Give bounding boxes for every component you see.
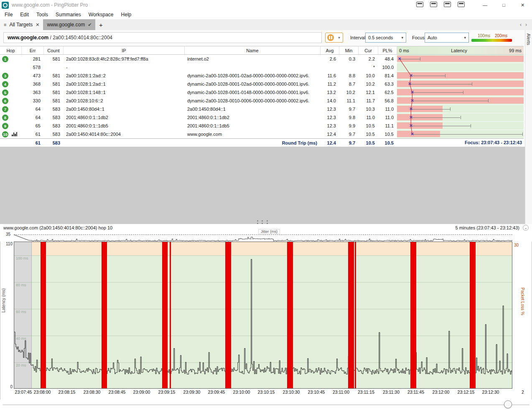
- scrollbar-thumb[interactable]: [504, 400, 512, 408]
- alerts-panel-tab[interactable]: Alerts: [526, 33, 531, 45]
- minimize-button[interactable]: —: [476, 0, 494, 10]
- latency-avg-marker: ✕: [408, 80, 411, 87]
- name-cell: 2001:4860:0:1::1db5: [185, 122, 321, 130]
- column-header-avg[interactable]: Avg: [321, 46, 339, 54]
- table-row[interactable]: 578-*100.0: [0, 63, 524, 71]
- latency-axis-label: Latency (ms): [1, 288, 6, 313]
- tab-close-icon[interactable]: ✕: [36, 22, 39, 28]
- hop-number-badge: 6: [2, 98, 8, 104]
- latency-graph-cell: [397, 63, 524, 71]
- jitter-plot: Jitter (ms): [14, 231, 512, 242]
- table-row[interactable]: 12815812a00:1028:83c8:4fc2:828c:97ff:fed…: [0, 55, 524, 63]
- menu-item-file[interactable]: File: [1, 10, 16, 19]
- hop-cell: 7: [0, 105, 22, 113]
- table-row[interactable]: 8645832001:4860:0:1::1db22001:4860:0:1::…: [0, 113, 524, 122]
- table-row[interactable]: 9655832001:4860:0:1::1db52001:4860:0:1::…: [0, 122, 524, 130]
- name-cell: dynamic-2a00-1028-0010-0006-0000-0000-00…: [185, 97, 321, 105]
- latency-range-cap: [472, 82, 472, 86]
- jitter-axis-label: Jitter (ms): [258, 229, 280, 234]
- column-header-cur[interactable]: Cur: [359, 46, 378, 54]
- packet-loss-bar: [470, 242, 476, 388]
- latency-avg-marker: ✕: [409, 72, 412, 79]
- tab-active-target[interactable]: www.google.com ✔: [43, 19, 95, 30]
- new-tab-button[interactable]: +: [95, 19, 106, 30]
- x-axis-label: 23:08:45: [109, 390, 126, 395]
- pause-dropdown-button[interactable]: ▾: [336, 33, 343, 43]
- workspace-layout-icon[interactable]: [416, 2, 423, 7]
- min-cell: 11.1: [339, 97, 359, 105]
- column-header-min[interactable]: Min: [339, 46, 359, 54]
- menu-item-tools[interactable]: Tools: [33, 10, 52, 19]
- focus-select[interactable]: Auto ▾: [425, 33, 469, 43]
- table-row[interactable]: 43685812a00:1028:1:2ad::1dynamic-2a00-10…: [0, 80, 524, 88]
- ip-cell: 2001:4860:0:1::1db5: [64, 122, 185, 130]
- maximize-button[interactable]: □: [494, 0, 513, 10]
- x-axis-label: 23:12:00: [433, 390, 450, 395]
- column-header-pl[interactable]: PL%: [378, 46, 397, 54]
- x-axis-label: 23:07:45: [15, 390, 32, 395]
- menu-item-edit[interactable]: Edit: [16, 10, 33, 19]
- min-cell: 9.9: [339, 122, 359, 130]
- column-header-name[interactable]: Name: [185, 46, 321, 54]
- timeline-title: www.google.com (2a00:1450:4014:80c::2004…: [3, 225, 112, 230]
- column-header-latency[interactable]: 0 msLatency99 ms: [397, 46, 524, 54]
- latency-range-cap: [461, 116, 461, 119]
- title-bar: www.google.com - PingPlotter Pro — □ ✕: [0, 0, 532, 10]
- name-cell: www.google.com: [185, 130, 321, 138]
- packet-loss-bar: [225, 242, 231, 388]
- x-axis-label: 23:10:00: [233, 390, 250, 395]
- pause-button[interactable]: [325, 33, 336, 43]
- latency-range-whisker: [412, 101, 488, 101]
- tab-scroll-right-icon[interactable]: ›: [525, 22, 527, 28]
- table-row[interactable]: 63305812a00:1028:10:6::2dynamic-2a00-102…: [0, 97, 524, 105]
- cur-cell: 10.5: [359, 122, 378, 130]
- latency-range-whisker: [411, 76, 445, 76]
- latency-graph-cell: ✕: [397, 113, 524, 122]
- tab-bar: ≡ All Targets ✕ www.google.com ✔ + ‹ ›: [0, 19, 532, 30]
- menu-item-summaries[interactable]: Summaries: [52, 10, 85, 19]
- tab-active-label: www.google.com: [47, 22, 85, 28]
- column-header-ip[interactable]: IP: [64, 46, 185, 54]
- column-header-hop[interactable]: Hop: [0, 46, 22, 54]
- tab-check-icon[interactable]: ✔: [88, 22, 92, 28]
- table-row[interactable]: 10615832a00:1450:4014:80c::2004www.googl…: [0, 130, 524, 138]
- latency-graph-cell: ✕: [397, 105, 524, 113]
- target-address-field[interactable]: www.google.com / 2a00:1450:4014:80c::200…: [3, 32, 322, 43]
- err-cell: 61: [22, 130, 44, 138]
- widescreen-view-icon[interactable]: [430, 2, 437, 7]
- pl-cell: 48.4: [378, 55, 397, 63]
- table-row[interactable]: 34735812a00:1028:1:2ad::2dynamic-2a00-10…: [0, 71, 524, 80]
- timeline-graph[interactable]: 100 ms80 ms60 ms40 ms20 ms: [14, 242, 512, 389]
- menu-item-help[interactable]: Help: [117, 10, 135, 19]
- interval-select[interactable]: 0.5 seconds ▾: [365, 33, 406, 43]
- x-axis-label: 23:11:30: [383, 390, 400, 395]
- pl-cell: 11.0: [378, 113, 397, 122]
- tab-all-targets[interactable]: ≡ All Targets ✕: [0, 19, 43, 30]
- close-button[interactable]: ✕: [513, 0, 532, 10]
- menu-item-workspace[interactable]: Workspace: [85, 10, 117, 19]
- column-header-err[interactable]: Err: [22, 46, 44, 54]
- x-axis-label: 23:11:15: [358, 390, 374, 395]
- cur-cell: 10.0: [359, 71, 378, 80]
- ip-cell: 2a00:1028:83c8:4fc2:828c:97ff:fed7:ff8a: [64, 55, 185, 63]
- avg-cell: 14.0: [321, 97, 339, 105]
- monitor-view-icon[interactable]: [444, 2, 451, 7]
- tab-scroll-left-icon[interactable]: ‹: [520, 22, 522, 28]
- ip-cell: 2a00:1450:80d4::1: [64, 105, 185, 113]
- x-axis-label: 23:09:00: [133, 390, 150, 395]
- interval-value: 0.5 seconds: [368, 35, 393, 40]
- x-axis-label: 23:12:30: [482, 390, 499, 395]
- ip-cell: 2a00:1028:1:148::1: [64, 88, 185, 97]
- print-icon[interactable]: [458, 2, 465, 7]
- table-row[interactable]: 53635812a00:1028:1:148::1dynamic-2a00-10…: [0, 88, 524, 97]
- splitter-handle[interactable]: [256, 220, 269, 224]
- trace-table-header: HopErrCountIPNameAvgMinCurPL%0 msLatency…: [0, 46, 524, 55]
- scrollbar-track[interactable]: [3, 404, 529, 405]
- timeline-scrollbar[interactable]: [0, 400, 532, 410]
- table-row[interactable]: 7645832a00:1450:80d4::12a00:1450:80d4::1…: [0, 105, 524, 113]
- timeline-range-dropdown[interactable]: ⌄: [523, 225, 529, 231]
- timeline-range-label[interactable]: 5 minutes (23:07:43 - 23:12:43): [456, 225, 519, 230]
- column-header-count[interactable]: Count: [44, 46, 64, 54]
- x-axis-label: 23:09:30: [183, 390, 201, 395]
- jitter-trace: [14, 235, 512, 241]
